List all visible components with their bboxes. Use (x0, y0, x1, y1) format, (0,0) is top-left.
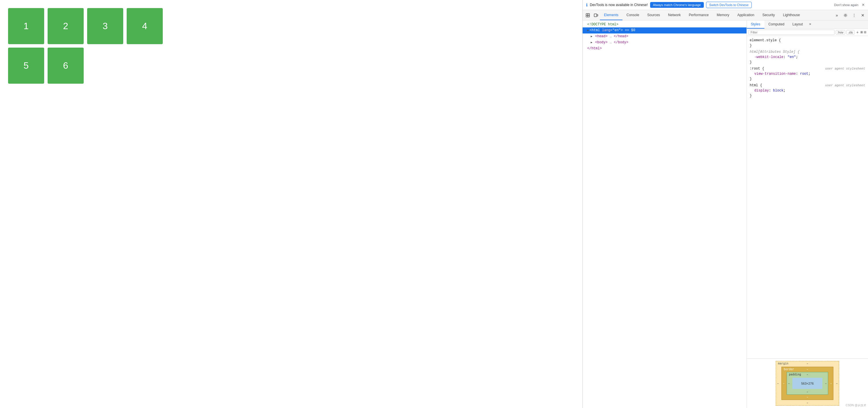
padding-label: padding (789, 373, 801, 376)
notification-text: DevTools is now available in Chinese! (590, 3, 648, 7)
svg-rect-0 (586, 13, 588, 15)
padding-left-value: – (788, 382, 790, 385)
tab-network[interactable]: Network (664, 10, 685, 20)
expand-body-triangle[interactable]: ▶ (591, 41, 592, 44)
grid-item-2: 2 (48, 8, 84, 44)
new-style-rule-icon[interactable]: ⊞ (861, 30, 863, 35)
tab-styles[interactable]: Styles (747, 21, 765, 29)
css-rule-element-style: element.style { } (747, 37, 868, 49)
watermark: CSDN @从技术 (846, 403, 866, 407)
devtools-toolbar: ElementsConsoleSourcesNetworkPerformance… (583, 10, 868, 21)
expand-head-triangle[interactable]: ▶ (591, 35, 592, 38)
tab-sources[interactable]: Sources (643, 10, 664, 20)
grid-item-6: 6 (48, 48, 84, 84)
notification-bar: ℹ DevTools is now available in Chinese! … (583, 0, 868, 10)
box-model-container: margin – – – – border – – – – (747, 358, 868, 408)
devtools-panel: ℹ DevTools is now available in Chinese! … (582, 0, 868, 408)
cls-button[interactable]: .cls (846, 30, 855, 35)
grid-item-4: 4 (127, 8, 163, 44)
computed-style-toggle-icon[interactable]: ⊟ (864, 30, 866, 35)
tab-computed[interactable]: Computed (765, 21, 788, 29)
box-model: margin – – – – border – – – – (776, 361, 839, 406)
add-style-icon[interactable]: ＋ (856, 30, 859, 35)
content-size: 563×276 (801, 382, 813, 385)
more-tabs-button[interactable]: » (833, 11, 841, 19)
margin-left-value: – (777, 382, 779, 385)
svg-rect-5 (597, 14, 598, 16)
doctype-line: <!DOCTYPE html> (583, 22, 746, 27)
close-devtools-button[interactable]: ✕ (859, 11, 867, 19)
svg-rect-4 (594, 14, 597, 17)
doctype-text: <!DOCTYPE html> (587, 23, 618, 27)
tab-console[interactable]: Console (622, 10, 643, 20)
grid-item-1: 1 (8, 8, 44, 44)
content-box: 563×276 (793, 378, 823, 389)
styles-panel: Styles Computed Layout » :hov .cls ＋ ⊞ ⊟… (747, 21, 868, 408)
grid-item-3: 3 (87, 8, 123, 44)
tab-security[interactable]: Security (758, 10, 779, 20)
border-top-value: – (807, 368, 808, 371)
info-icon: ℹ (586, 3, 588, 7)
tab-performance[interactable]: Performance (685, 10, 713, 20)
html-line[interactable]: ▶<html lang="en"> == $0 (583, 27, 746, 33)
devtools-body: <!DOCTYPE html> ▶<html lang="en"> == $0 … (583, 21, 868, 408)
margin-right-value: – (836, 382, 838, 385)
body-line[interactable]: ▶ <body> … </body> (583, 39, 746, 45)
tab-application[interactable]: Application (733, 10, 758, 20)
css-rule-html: html { user agent stylesheet display: bl… (747, 82, 868, 99)
more-options-button[interactable]: ⋮ (850, 11, 858, 19)
toolbar-right: » ⋮ ✕ (833, 11, 867, 19)
margin-label: margin (778, 362, 788, 365)
svg-rect-3 (588, 15, 590, 17)
margin-bottom-value: – (807, 401, 808, 405)
svg-rect-2 (586, 15, 588, 17)
padding-right-value: – (825, 382, 827, 385)
dont-show-again-button[interactable]: Don't show again (834, 3, 859, 7)
switch-to-chinese-button[interactable]: Switch DevTools to Chinese (706, 2, 752, 8)
styles-filter-row: :hov .cls ＋ ⊞ ⊟ (747, 29, 868, 36)
border-right-value: – (830, 382, 832, 385)
tab-memory[interactable]: Memory (713, 10, 733, 20)
styles-filter-input[interactable] (748, 30, 835, 35)
devtools-tabs: ElementsConsoleSourcesNetworkPerformance… (600, 10, 833, 20)
styles-tabs: Styles Computed Layout » (747, 21, 868, 29)
match-language-button[interactable]: Always match Chrome's language (650, 2, 704, 8)
device-icon (594, 13, 598, 18)
dom-panel[interactable]: <!DOCTYPE html> ▶<html lang="en"> == $0 … (583, 21, 747, 408)
tab-layout[interactable]: Layout (788, 21, 807, 29)
css-rule-root: :root { user agent stylesheet view-trans… (747, 65, 868, 82)
gear-icon (843, 13, 847, 17)
border-label: border (784, 368, 794, 371)
notification-close-button[interactable]: × (862, 2, 865, 7)
device-toolbar-button[interactable] (592, 11, 600, 19)
cursor-icon (586, 13, 590, 18)
tab-elements[interactable]: Elements (600, 10, 622, 20)
settings-button[interactable] (841, 11, 849, 19)
border-left-value: – (783, 382, 785, 385)
inspect-element-button[interactable] (584, 11, 592, 19)
svg-rect-1 (588, 13, 590, 15)
expand-html-triangle[interactable]: ▶ (587, 29, 589, 32)
more-style-tabs-button[interactable]: » (807, 21, 813, 29)
padding-top-value: – (807, 373, 808, 376)
hov-button[interactable]: :hov (836, 30, 845, 35)
close-html-line: </html> (583, 45, 746, 51)
css-rule-html-attributes: html[Attributes Style] { -webkit-locale:… (747, 49, 868, 65)
margin-top-value: – (807, 362, 808, 365)
padding-bottom-value: – (807, 390, 808, 394)
border-bottom-value: – (807, 396, 808, 399)
head-line[interactable]: ▶ <head> … </head> (583, 33, 746, 39)
styles-content: element.style { } html[Attributes Style]… (747, 36, 868, 358)
svg-point-6 (845, 14, 846, 16)
tab-lighthouse[interactable]: Lighthouse (779, 10, 804, 20)
grid-item-5: 5 (8, 48, 44, 84)
